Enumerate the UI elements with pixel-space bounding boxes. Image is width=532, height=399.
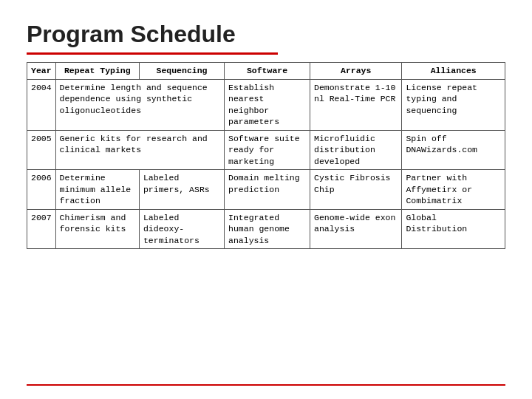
cell-arrays: Genome-wide exon analysis <box>310 209 401 249</box>
cell-repeat_typing: Determine minimum allele fraction <box>55 170 139 210</box>
col-header-repeat-typing: Repeat Typing <box>55 63 139 80</box>
schedule-table: Year Repeat Typing Sequencing Software A… <box>27 62 505 249</box>
table-row: 2004Determine length and sequence depend… <box>27 79 505 130</box>
cell-software: Domain melting prediction <box>225 170 310 210</box>
cell-alliances: Partner with Affymetirx or Combimatrix <box>402 170 505 210</box>
table-row: 2007Chimerism and forensic kitsLabeled d… <box>27 209 505 249</box>
cell-repeat_typing: Chimerism and forensic kits <box>55 209 139 249</box>
col-header-year: Year <box>27 63 56 80</box>
cell-arrays: Microfluidic distribution developed <box>310 130 401 170</box>
col-header-sequencing: Sequencing <box>139 63 224 80</box>
cell-year: 2007 <box>27 209 56 249</box>
cell-year: 2004 <box>27 79 56 130</box>
col-header-alliances: Alliances <box>402 63 505 80</box>
cell-repeat_typing: Generic kits for research and clinical m… <box>55 130 224 170</box>
cell-software: Establish nearest neighbor parameters <box>225 79 310 130</box>
title-underline <box>27 52 278 55</box>
cell-arrays: Demonstrate 1-10 nl Real-Time PCR <box>310 79 401 130</box>
cell-alliances: License repeat typing and sequencing <box>402 79 505 130</box>
col-header-software: Software <box>225 63 310 80</box>
bottom-line <box>27 384 505 386</box>
cell-software: Integrated human genome analysis <box>225 209 310 249</box>
cell-sequencing: Labeled primers, ASRs <box>139 170 224 210</box>
cell-arrays: Cystic Fibrosis Chip <box>310 170 401 210</box>
table-row: 2005Generic kits for research and clinic… <box>27 130 505 170</box>
cell-sequencing: Labeled dideoxy-terminators <box>139 209 224 249</box>
slide-title: Program Schedule <box>27 21 505 48</box>
col-header-arrays: Arrays <box>310 63 401 80</box>
cell-software: Software suite ready for marketing <box>225 130 310 170</box>
cell-alliances: Global Distribution <box>402 209 505 249</box>
table-header-row: Year Repeat Typing Sequencing Software A… <box>27 63 505 80</box>
cell-repeat_typing: Determine length and sequence dependence… <box>55 79 224 130</box>
cell-year: 2005 <box>27 130 56 170</box>
cell-year: 2006 <box>27 170 56 210</box>
slide: Program Schedule Year Repeat Typing Sequ… <box>0 0 532 399</box>
table-row: 2006Determine minimum allele fractionLab… <box>27 170 505 210</box>
cell-alliances: Spin off DNAWizards.com <box>402 130 505 170</box>
